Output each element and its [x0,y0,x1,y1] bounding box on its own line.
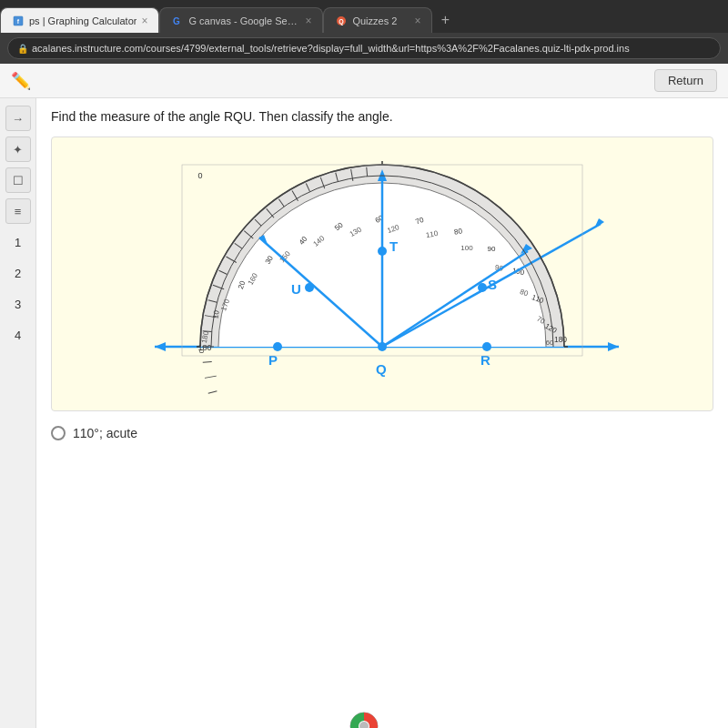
diagram-container: 0 180 [51,136,713,411]
sidebar-list-btn[interactable]: ≡ [5,198,31,224]
browser-chrome: f ps | Graphing Calculator × G G canvas … [0,0,728,64]
svg-point-51 [273,342,282,351]
answer-option: 110°; acute [51,426,713,440]
label-Q: Q [376,361,387,377]
svg-point-54 [305,283,314,292]
quiz-icon: Q [335,15,348,27]
svg-point-52 [482,342,491,351]
svg-text:Q: Q [339,18,345,25]
sidebar-square-btn[interactable]: ☐ [5,167,31,193]
calc-icon: f [12,15,25,27]
tab-graphing-calculator-label: ps | Graphing Calculator [29,15,136,26]
toolbar-left: ✏️ [11,71,31,91]
svg-text:100: 100 [460,244,473,252]
tab-close-quizzes[interactable]: × [414,15,420,27]
tab-bar: f ps | Graphing Calculator × G G canvas … [0,0,728,33]
svg-text:0: 0 [197,349,206,353]
address-text: acalanes.instructure.com/courses/4799/ex… [32,43,630,54]
sidebar-item-1[interactable]: 1 [5,229,31,255]
google-icon: G [171,15,184,27]
radio-button[interactable] [51,426,66,440]
protractor-diagram: 0 180 [109,147,655,401]
svg-point-50 [378,342,387,351]
sidebar-item-2[interactable]: 2 [5,260,31,286]
tab-close-graphing-calculator[interactable]: × [141,15,147,27]
svg-text:180: 180 [554,335,567,344]
chrome-taskbar-icon [349,712,379,728]
svg-text:0: 0 [197,171,202,180]
question-text: Find the measure of the angle RQU. Then … [51,109,713,124]
tab-quizzes[interactable]: Q Quizzes 2 × [323,7,432,33]
sidebar: → ✦ ☐ ≡ 1 2 3 4 [0,98,36,728]
page-content: ✏️ Return → ✦ ☐ ≡ 1 2 3 4 Find the measu… [0,64,728,728]
toolbar: ✏️ Return [0,64,728,98]
label-T: T [389,238,398,254]
svg-text:G: G [173,16,180,26]
svg-point-53 [378,247,387,256]
tab-graphing-calculator[interactable]: f ps | Graphing Calculator × [0,7,159,33]
tab-canvas-search-label: G canvas - Google Search [188,15,300,26]
return-button[interactable]: Return [654,69,717,92]
label-U: U [291,281,301,297]
label-S: S [488,277,497,292]
sidebar-arrow-btn[interactable]: → [5,106,31,131]
lock-icon: 🔒 [17,44,28,54]
sidebar-item-3[interactable]: 3 [5,291,31,317]
address-input[interactable]: 🔒 acalanes.instructure.com/courses/4799/… [7,37,721,59]
sidebar-star-btn[interactable]: ✦ [5,136,31,162]
label-R: R [480,352,490,368]
answer-option-label: 110°; acute [73,426,137,440]
tab-quizzes-label: Quizzes 2 [352,15,410,26]
address-bar: 🔒 acalanes.instructure.com/courses/4799/… [0,33,728,64]
label-P: P [268,352,278,368]
new-tab-button[interactable]: + [432,7,458,33]
tab-canvas-search[interactable]: G G canvas - Google Search × [159,7,323,33]
pencil-icon: ✏️ [11,71,31,91]
svg-point-55 [478,283,487,292]
sidebar-item-4[interactable]: 4 [5,322,31,348]
svg-text:90: 90 [488,245,496,253]
tab-close-canvas[interactable]: × [305,15,311,27]
content-area: Find the measure of the angle RQU. Then … [36,98,728,728]
main-layout: → ✦ ☐ ≡ 1 2 3 4 Find the measure of the … [0,98,728,728]
